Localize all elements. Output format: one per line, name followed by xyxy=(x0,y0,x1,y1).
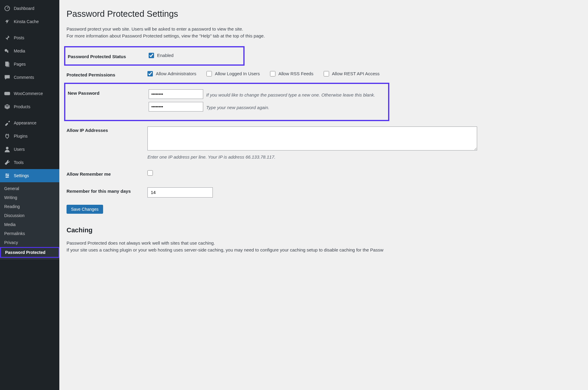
page-title: Password Protected Settings xyxy=(67,6,582,20)
newpw-input-2[interactable] xyxy=(149,102,203,112)
intro-line-1: Password protect your web site. Users wi… xyxy=(67,25,582,32)
svg-point-7 xyxy=(8,175,9,176)
woo-icon xyxy=(4,90,11,97)
newpw-input-1[interactable] xyxy=(149,89,203,99)
newpw-hint-1: If you would like to change the password… xyxy=(206,92,375,97)
pages-icon xyxy=(4,61,11,68)
sidebar-item-label: Comments xyxy=(14,75,34,80)
perm-admins-checkbox[interactable] xyxy=(147,71,153,76)
svg-point-1 xyxy=(5,49,7,52)
save-button[interactable]: Save Changes xyxy=(67,205,103,214)
ip-textarea[interactable] xyxy=(147,127,477,150)
sidebar-item-label: Appearance xyxy=(14,121,37,125)
remember-row: Allow Remember me xyxy=(67,165,582,182)
perm-rest-wrap[interactable]: Allow REST API Access xyxy=(324,71,380,76)
sidebar-item-label: Products xyxy=(14,104,30,109)
sidebar-item-kinsta-cache[interactable]: Kinsta Cache xyxy=(0,15,59,28)
svg-rect-3 xyxy=(6,63,9,67)
caching-text: Password Protected does not always work … xyxy=(67,240,582,254)
caching-line-2: If your site uses a caching plugin or yo… xyxy=(67,246,582,253)
submenu-permalinks[interactable]: Permalinks xyxy=(0,229,59,238)
caching-line-1: Password Protected does not always work … xyxy=(67,240,582,246)
sidebar-item-plugins[interactable]: Plugins xyxy=(0,130,59,143)
perm-rss-text: Allow RSS Feeds xyxy=(278,71,313,76)
svg-point-8 xyxy=(7,177,7,178)
sidebar-item-label: Dashboard xyxy=(14,6,34,11)
sidebar: Dashboard Kinsta Cache Posts Media Pages… xyxy=(0,0,59,390)
settings-icon xyxy=(4,172,11,179)
newpw-label: New Password xyxy=(68,89,149,96)
days-row: Remember for this many days xyxy=(67,182,582,203)
kinsta-icon xyxy=(4,18,11,25)
sidebar-item-pages[interactable]: Pages xyxy=(0,58,59,71)
products-icon xyxy=(4,103,11,110)
perm-logged-wrap[interactable]: Allow Logged In Users xyxy=(206,71,260,76)
newpw-row-highlight: New Password If you would like to change… xyxy=(64,83,389,121)
comments-icon xyxy=(4,74,11,81)
submenu-writing[interactable]: Writing xyxy=(0,193,59,202)
perm-admins-wrap[interactable]: Allow Administrators xyxy=(147,71,196,76)
permissions-label: Protected Permissions xyxy=(67,71,147,77)
submenu-general[interactable]: General xyxy=(0,184,59,193)
tools-icon xyxy=(4,159,11,166)
intro-text: Password protect your web site. Users wi… xyxy=(67,25,582,40)
sidebar-item-label: Pages xyxy=(14,62,26,67)
perm-rest-checkbox[interactable] xyxy=(324,71,329,76)
remember-checkbox[interactable] xyxy=(147,170,153,176)
submenu-privacy[interactable]: Privacy xyxy=(0,238,59,247)
caching-title: Caching xyxy=(67,226,582,234)
sidebar-item-label: Media xyxy=(14,49,25,53)
ip-row: Allow IP Addresses Enter one IP address … xyxy=(67,121,582,165)
submenu-media[interactable]: Media xyxy=(0,220,59,229)
perm-rest-text: Allow REST API Access xyxy=(332,71,380,76)
status-row-highlight: Password Protected Status Enabled xyxy=(64,46,245,66)
appearance-icon xyxy=(4,119,11,127)
submenu-discussion[interactable]: Discussion xyxy=(0,211,59,220)
ip-description: Enter one IP address per line. Your IP i… xyxy=(147,154,582,159)
svg-rect-4 xyxy=(4,92,10,95)
sidebar-item-dashboard[interactable]: Dashboard xyxy=(0,2,59,15)
days-label: Remember for this many days xyxy=(67,187,147,194)
days-input[interactable] xyxy=(147,187,213,198)
permissions-row: Protected Permissions Allow Administrato… xyxy=(67,66,582,83)
sidebar-item-label: Plugins xyxy=(14,134,28,138)
users-icon xyxy=(4,146,11,153)
sidebar-item-appearance[interactable]: Appearance xyxy=(0,116,59,130)
intro-line-2: For more information about Password Prot… xyxy=(67,32,582,39)
media-icon xyxy=(4,47,11,55)
status-enabled-wrap[interactable]: Enabled xyxy=(149,53,174,58)
status-label: Password Protected Status xyxy=(68,53,149,59)
submenu-reading[interactable]: Reading xyxy=(0,202,59,211)
sidebar-item-label: Settings xyxy=(14,173,29,178)
sidebar-item-label: Users xyxy=(14,147,25,152)
dashboard-icon xyxy=(4,5,11,12)
sidebar-item-comments[interactable]: Comments xyxy=(0,71,59,84)
sidebar-item-label: Tools xyxy=(14,160,24,165)
sidebar-item-label: Posts xyxy=(14,35,24,40)
perm-logged-text: Allow Logged In Users xyxy=(215,71,260,76)
remember-label: Allow Remember me xyxy=(67,170,147,177)
perm-logged-checkbox[interactable] xyxy=(206,71,212,76)
sidebar-item-posts[interactable]: Posts xyxy=(0,31,59,44)
sidebar-item-users[interactable]: Users xyxy=(0,143,59,156)
main-content: Password Protected Settings Password pro… xyxy=(59,0,588,390)
sidebar-item-label: WooCommerce xyxy=(14,91,43,96)
sidebar-item-tools[interactable]: Tools xyxy=(0,156,59,169)
submenu-password-protected[interactable]: Password Protected xyxy=(0,247,59,258)
sidebar-item-woocommerce[interactable]: WooCommerce xyxy=(0,87,59,100)
sidebar-item-settings[interactable]: Settings xyxy=(0,169,59,182)
sidebar-item-products[interactable]: Products xyxy=(0,100,59,113)
settings-submenu: General Writing Reading Discussion Media… xyxy=(0,182,59,260)
perm-admins-text: Allow Administrators xyxy=(156,71,196,76)
plugins-icon xyxy=(4,132,11,140)
pin-icon xyxy=(4,34,11,41)
newpw-hint-2: Type your new password again. xyxy=(206,105,269,110)
perm-rss-checkbox[interactable] xyxy=(270,71,275,76)
status-enabled-text: Enabled xyxy=(157,53,174,58)
status-enabled-checkbox[interactable] xyxy=(149,53,154,58)
sidebar-item-label: Kinsta Cache xyxy=(14,19,39,24)
svg-point-5 xyxy=(6,147,8,149)
perm-rss-wrap[interactable]: Allow RSS Feeds xyxy=(270,71,313,76)
sidebar-item-media[interactable]: Media xyxy=(0,44,59,58)
ip-label: Allow IP Addresses xyxy=(67,127,147,133)
